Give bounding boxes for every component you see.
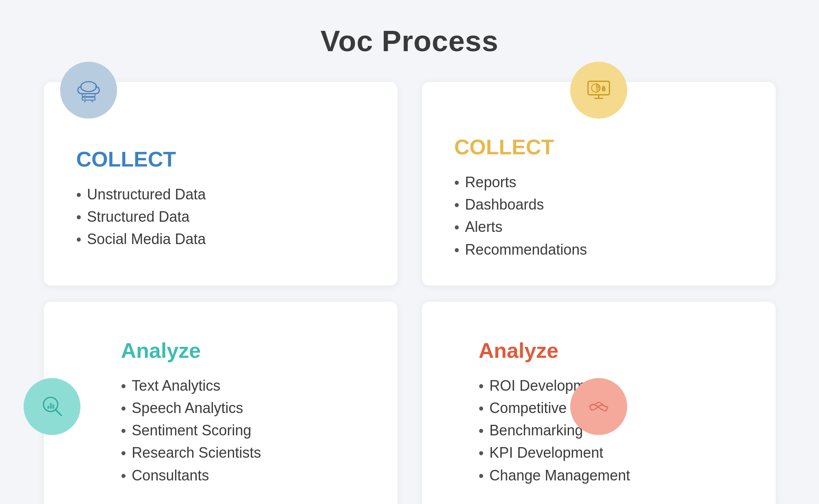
top-left-content: COLLECT Unstructured Data Structured Dat… — [68, 102, 373, 251]
svg-rect-1 — [82, 94, 95, 97]
list-item: Alerts — [454, 216, 751, 238]
collect-icon-right — [570, 62, 627, 119]
svg-point-0 — [80, 82, 96, 92]
diagram-wrapper: COLLECT Unstructured Data Structured Dat… — [44, 82, 776, 504]
bottom-right-title: Analyze — [479, 338, 751, 363]
list-item: KPI Development — [479, 442, 751, 464]
diagram: COLLECT Unstructured Data Structured Dat… — [44, 82, 776, 504]
analyze-icon-left — [24, 378, 80, 435]
list-item: Consultants — [121, 465, 373, 487]
bottom-left-title: Analyze — [121, 338, 373, 363]
bottom-left-list: Text Analytics Speech Analytics Sentimen… — [121, 375, 373, 487]
top-right-content: COLLECT Reports Dashboards Alerts Recomm… — [446, 102, 751, 261]
list-item: Reports — [454, 171, 751, 194]
top-right-title: COLLECT — [454, 135, 751, 159]
analyze-icon-right — [570, 378, 627, 435]
svg-rect-9 — [602, 86, 605, 91]
list-item: Unstructured Data — [76, 184, 373, 206]
svg-line-14 — [56, 410, 61, 415]
top-left-title: COLLECT — [76, 147, 373, 171]
list-item: Recommendations — [454, 239, 751, 261]
page-title: Voc Process — [33, 24, 786, 58]
collect-icon-left — [60, 62, 117, 119]
svg-rect-16 — [50, 403, 51, 409]
svg-rect-17 — [52, 404, 54, 409]
page: Voc Process — [0, 0, 819, 504]
list-item: Speech Analytics — [121, 397, 373, 420]
top-left-list: Unstructured Data Structured Data Social… — [76, 184, 373, 251]
list-item: Text Analytics — [121, 375, 373, 397]
card-top-right: COLLECT Reports Dashboards Alerts Recomm… — [422, 82, 776, 286]
svg-rect-15 — [47, 406, 49, 409]
svg-rect-2 — [82, 97, 95, 100]
list-item: Social Media Data — [76, 228, 373, 251]
list-item: Dashboards — [454, 194, 751, 216]
svg-point-3 — [84, 95, 85, 96]
list-item: Research Scientists — [121, 442, 373, 464]
svg-point-4 — [84, 98, 85, 100]
card-top-left: COLLECT Unstructured Data Structured Dat… — [44, 82, 398, 286]
list-item: Structured Data — [76, 206, 373, 228]
card-bottom-left: Analyze Text Analytics Speech Analytics … — [44, 302, 398, 504]
card-bottom-right: Analyze ROI Development Competitive Benc… — [422, 302, 776, 504]
bottom-left-content: Analyze Text Analytics Speech Analytics … — [68, 322, 373, 487]
list-item: Change Management — [479, 465, 751, 487]
list-item: Sentiment Scoring — [121, 420, 373, 442]
top-right-list: Reports Dashboards Alerts Recommendation… — [454, 171, 751, 261]
